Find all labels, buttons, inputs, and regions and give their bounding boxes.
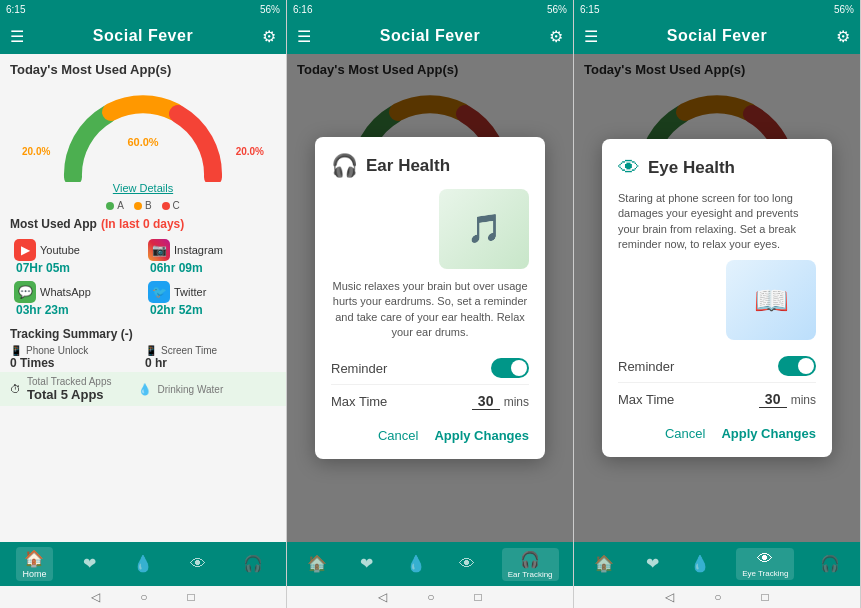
app-item-youtube: ▶ Youtube 07Hr 05m: [10, 237, 142, 277]
eye-icon-3: 👁: [757, 550, 773, 568]
nav-ear-label-2: Ear Tracking: [508, 570, 553, 579]
recent-btn-2[interactable]: □: [475, 590, 482, 604]
nav-eye-1[interactable]: 👁: [184, 553, 212, 576]
back-btn-2[interactable]: ◁: [378, 590, 387, 604]
eye-reminder-toggle[interactable]: [778, 356, 816, 376]
tracking-grid: 📱 Phone Unlock 0 Times 📱 Screen Time 0 h…: [0, 343, 286, 372]
ear-reminder-toggle[interactable]: [491, 358, 529, 378]
settings-icon-3[interactable]: ⚙: [836, 27, 850, 46]
heart-icon-2: ❤: [360, 554, 373, 573]
screen-1: 6:15 56% ☰ Social Fever ⚙ Today's Most U…: [0, 0, 287, 608]
settings-icon-2[interactable]: ⚙: [549, 27, 563, 46]
home-btn-2[interactable]: ○: [427, 590, 434, 604]
recent-btn-1[interactable]: □: [188, 590, 195, 604]
screen-time-icon: 📱: [145, 345, 157, 356]
ear-time-input: 30 mins: [472, 393, 529, 410]
nav-home-label-1: Home: [22, 569, 46, 579]
water-nav-icon-1: 💧: [133, 554, 153, 573]
total-apps-value: Total 5 Apps: [27, 387, 112, 402]
modal-overlay-3: 👁 Eye Health Staring at phone screen for…: [574, 54, 860, 542]
eye-cancel-button[interactable]: Cancel: [665, 426, 705, 441]
menu-icon-1[interactable]: ☰: [10, 27, 24, 46]
ear-time-unit: mins: [504, 395, 529, 409]
ear-modal-title: Ear Health: [366, 156, 450, 176]
nav-water-2[interactable]: 💧: [400, 552, 432, 576]
app-item-whatsapp: 💬 WhatsApp 03hr 23m: [10, 279, 142, 319]
screen-time-label: Screen Time: [161, 345, 217, 356]
status-bar-1: 6:15 56%: [0, 0, 286, 18]
menu-icon-2[interactable]: ☰: [297, 27, 311, 46]
eye-time-value[interactable]: 30: [759, 391, 787, 408]
whatsapp-icon: 💬: [14, 281, 36, 303]
nav-heart-2[interactable]: ❤: [354, 552, 379, 576]
nav-eye-2[interactable]: 👁: [453, 553, 481, 576]
water-nav-icon-3: 💧: [690, 554, 710, 573]
nav-heart-3[interactable]: ❤: [640, 552, 665, 576]
eye-max-time-row: Max Time 30 mins: [618, 383, 816, 416]
tracking-screen-time: 📱 Screen Time 0 hr: [145, 345, 276, 370]
whatsapp-name: WhatsApp: [40, 286, 91, 298]
settings-icon-1[interactable]: ⚙: [262, 27, 276, 46]
nav-water-3[interactable]: 💧: [684, 552, 716, 576]
nav-water-1[interactable]: 💧: [127, 552, 159, 576]
nav-heart-1[interactable]: ❤: [77, 552, 102, 576]
status-battery-1: 56%: [260, 4, 280, 15]
nav-home-1[interactable]: 🏠 Home: [16, 547, 52, 581]
ear-cancel-button[interactable]: Cancel: [378, 428, 418, 443]
phone-unlock-value: 0 Times: [10, 356, 54, 370]
section-title-1: Today's Most Used App(s): [0, 54, 286, 81]
ear-reminder-row: Reminder: [331, 352, 529, 385]
recent-btn-3[interactable]: □: [762, 590, 769, 604]
eye-modal-actions: Cancel Apply Changes: [618, 426, 816, 441]
modal-header-ear: 🎧 Ear Health: [331, 153, 529, 179]
menu-icon-3[interactable]: ☰: [584, 27, 598, 46]
eye-modal-title: Eye Health: [648, 158, 735, 178]
view-details-link[interactable]: View Details: [113, 182, 173, 194]
most-used-title: Most Used App: [10, 217, 97, 231]
nav-ear-2[interactable]: 🎧 Ear Tracking: [502, 548, 559, 581]
modal-overlay-2: 🎧 Ear Health 🎵 Music relaxes your brain …: [287, 54, 573, 542]
gauge-center-pct: 60.0%: [127, 136, 158, 148]
heart-icon-3: ❤: [646, 554, 659, 573]
ear-apply-button[interactable]: Apply Changes: [434, 428, 529, 443]
bottom-nav-1: 🏠 Home ❤ 💧 👁 🎧: [0, 542, 286, 586]
back-btn-3[interactable]: ◁: [665, 590, 674, 604]
nav-home-2[interactable]: 🏠: [301, 552, 333, 576]
most-used-subtitle: (In last 0 days): [101, 217, 184, 231]
legend-label-b: B: [145, 200, 152, 211]
legend-label-a: A: [117, 200, 124, 211]
gauge-svg: [53, 87, 233, 182]
phone-unlock-icon: 📱: [10, 345, 22, 356]
nav-home-3[interactable]: 🏠: [588, 552, 620, 576]
eye-apply-button[interactable]: Apply Changes: [721, 426, 816, 441]
home-icon-2: 🏠: [307, 554, 327, 573]
most-used-header: Most Used App (In last 0 days): [0, 215, 286, 233]
nav-eye-3[interactable]: 👁 Eye Tracking: [736, 548, 794, 580]
gauge-left-pct: 20.0%: [22, 146, 50, 157]
gauge-legend: A B C: [0, 198, 286, 215]
home-icon-1: 🏠: [24, 549, 44, 568]
ear-time-value[interactable]: 30: [472, 393, 500, 410]
eye-modal-image: 📖: [618, 260, 816, 340]
nav-ear-1[interactable]: 🎧: [237, 552, 269, 576]
status-battery-2: 56%: [547, 4, 567, 15]
legend-dot-b: [134, 202, 142, 210]
tracking-phone-unlock: 📱 Phone Unlock 0 Times: [10, 345, 141, 370]
content-1: Today's Most Used App(s) 20.0% 60.0% 20.…: [0, 54, 286, 542]
back-btn-1[interactable]: ◁: [91, 590, 100, 604]
screen-2: 6:16 56% ☰ Social Fever ⚙ Today's Most U…: [287, 0, 574, 608]
ear-icon-2: 🎧: [520, 550, 540, 569]
legend-c: C: [162, 200, 180, 211]
home-btn-1[interactable]: ○: [140, 590, 147, 604]
nav-ear-3[interactable]: 🎧: [814, 552, 846, 576]
phone-unlock-label: Phone Unlock: [26, 345, 88, 356]
home-icon-3: 🏠: [594, 554, 614, 573]
eye-icon-2: 👁: [459, 555, 475, 573]
eye-icon-1: 👁: [190, 555, 206, 573]
water-icon: 💧: [138, 383, 152, 396]
content-3: Today's Most Used App(s) 👁 Eye Health St…: [574, 54, 860, 542]
eye-illustration: 📖: [726, 260, 816, 340]
eye-modal-icon: 👁: [618, 155, 640, 181]
app-grid: ▶ Youtube 07Hr 05m 📷 Instagram 06hr 09m …: [0, 233, 286, 323]
home-btn-3[interactable]: ○: [714, 590, 721, 604]
